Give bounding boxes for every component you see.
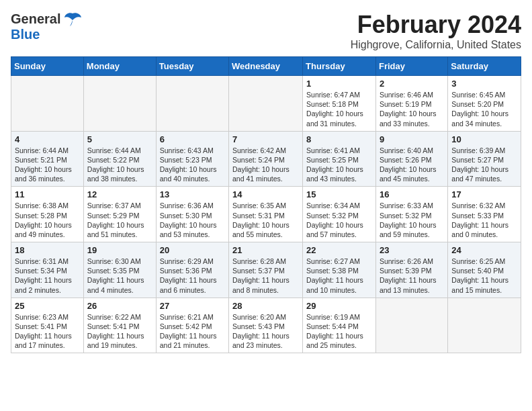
day-number: 15	[306, 189, 372, 199]
day-number: 28	[232, 301, 299, 311]
day-number: 20	[160, 245, 225, 255]
day-info: Sunrise: 6:20 AMSunset: 5:43 PMDaylight:…	[232, 312, 299, 351]
table-row: 28Sunrise: 6:20 AMSunset: 5:43 PMDayligh…	[229, 298, 303, 353]
calendar-title: February 2024	[351, 11, 521, 39]
table-row: 1Sunrise: 6:47 AMSunset: 5:18 PMDaylight…	[303, 76, 376, 132]
day-info: Sunrise: 6:46 AMSunset: 5:19 PMDaylight:…	[380, 90, 444, 128]
day-number: 4	[15, 134, 80, 144]
table-row	[375, 298, 447, 353]
calendar-week-row: 11Sunrise: 6:38 AMSunset: 5:28 PMDayligh…	[11, 187, 521, 242]
header-sunday: Sunday	[11, 57, 84, 76]
day-number: 26	[87, 301, 152, 311]
table-row: 9Sunrise: 6:40 AMSunset: 5:26 PMDaylight…	[375, 131, 447, 187]
table-row: 21Sunrise: 6:28 AMSunset: 5:37 PMDayligh…	[229, 242, 303, 298]
day-number: 1	[306, 79, 372, 89]
header-friday: Friday	[375, 57, 447, 76]
day-info: Sunrise: 6:25 AMSunset: 5:40 PMDaylight:…	[451, 257, 517, 295]
day-info: Sunrise: 6:26 AMSunset: 5:39 PMDaylight:…	[380, 257, 444, 295]
day-info: Sunrise: 6:22 AMSunset: 5:41 PMDaylight:…	[87, 312, 152, 351]
day-number: 5	[87, 134, 152, 144]
day-info: Sunrise: 6:41 AMSunset: 5:25 PMDaylight:…	[306, 146, 372, 184]
table-row: 27Sunrise: 6:21 AMSunset: 5:42 PMDayligh…	[156, 298, 228, 353]
table-row: 13Sunrise: 6:36 AMSunset: 5:30 PMDayligh…	[156, 187, 228, 242]
calendar-week-row: 4Sunrise: 6:44 AMSunset: 5:21 PMDaylight…	[11, 131, 521, 187]
day-number: 13	[160, 189, 225, 199]
day-number: 27	[160, 301, 225, 311]
table-row: 18Sunrise: 6:31 AMSunset: 5:34 PMDayligh…	[11, 242, 84, 298]
day-info: Sunrise: 6:27 AMSunset: 5:38 PMDaylight:…	[306, 257, 372, 295]
logo-blue: Blue	[11, 27, 40, 42]
header-wednesday: Wednesday	[229, 57, 303, 76]
calendar-header-row: Sunday Monday Tuesday Wednesday Thursday…	[11, 57, 521, 76]
table-row: 25Sunrise: 6:23 AMSunset: 5:41 PMDayligh…	[11, 298, 84, 353]
day-info: Sunrise: 6:32 AMSunset: 5:33 PMDaylight:…	[451, 201, 517, 239]
day-number: 18	[15, 245, 80, 255]
day-info: Sunrise: 6:19 AMSunset: 5:44 PMDaylight:…	[306, 312, 372, 351]
table-row: 4Sunrise: 6:44 AMSunset: 5:21 PMDaylight…	[11, 131, 84, 187]
table-row: 16Sunrise: 6:33 AMSunset: 5:32 PMDayligh…	[375, 187, 447, 242]
day-number: 3	[451, 79, 517, 89]
day-info: Sunrise: 6:21 AMSunset: 5:42 PMDaylight:…	[160, 312, 225, 351]
table-row: 12Sunrise: 6:37 AMSunset: 5:29 PMDayligh…	[83, 187, 156, 242]
day-info: Sunrise: 6:38 AMSunset: 5:28 PMDaylight:…	[15, 201, 80, 239]
day-info: Sunrise: 6:40 AMSunset: 5:26 PMDaylight:…	[380, 146, 444, 184]
day-number: 21	[232, 245, 299, 255]
table-row: 23Sunrise: 6:26 AMSunset: 5:39 PMDayligh…	[375, 242, 447, 298]
day-info: Sunrise: 6:43 AMSunset: 5:23 PMDaylight:…	[160, 146, 225, 184]
table-row: 8Sunrise: 6:41 AMSunset: 5:25 PMDaylight…	[303, 131, 376, 187]
table-row: 20Sunrise: 6:29 AMSunset: 5:36 PMDayligh…	[156, 242, 228, 298]
day-info: Sunrise: 6:39 AMSunset: 5:27 PMDaylight:…	[451, 146, 517, 184]
table-row: 19Sunrise: 6:30 AMSunset: 5:35 PMDayligh…	[83, 242, 156, 298]
table-row: 3Sunrise: 6:45 AMSunset: 5:20 PMDaylight…	[448, 76, 521, 132]
day-number: 23	[380, 245, 444, 255]
calendar-week-row: 18Sunrise: 6:31 AMSunset: 5:34 PMDayligh…	[11, 242, 521, 298]
table-row	[83, 76, 156, 132]
header-thursday: Thursday	[303, 57, 376, 76]
day-number: 16	[380, 189, 444, 199]
day-info: Sunrise: 6:42 AMSunset: 5:24 PMDaylight:…	[232, 146, 299, 184]
table-row: 11Sunrise: 6:38 AMSunset: 5:28 PMDayligh…	[11, 187, 84, 242]
table-row: 15Sunrise: 6:34 AMSunset: 5:32 PMDayligh…	[303, 187, 376, 242]
table-row	[229, 76, 303, 132]
day-number: 19	[87, 245, 152, 255]
table-row: 6Sunrise: 6:43 AMSunset: 5:23 PMDaylight…	[156, 131, 228, 187]
day-number: 24	[451, 245, 517, 255]
day-info: Sunrise: 6:28 AMSunset: 5:37 PMDaylight:…	[232, 257, 299, 295]
day-number: 14	[232, 189, 299, 199]
day-number: 6	[160, 134, 225, 144]
table-row	[11, 76, 84, 132]
day-info: Sunrise: 6:44 AMSunset: 5:21 PMDaylight:…	[15, 146, 80, 184]
calendar-subtitle: Highgrove, California, United States	[351, 39, 521, 51]
header: General Blue February 2024 Highgrove, Ca…	[11, 11, 521, 51]
day-number: 29	[306, 301, 372, 311]
day-info: Sunrise: 6:44 AMSunset: 5:22 PMDaylight:…	[87, 146, 152, 184]
table-row: 2Sunrise: 6:46 AMSunset: 5:19 PMDaylight…	[375, 76, 447, 132]
day-number: 9	[380, 134, 444, 144]
day-info: Sunrise: 6:36 AMSunset: 5:30 PMDaylight:…	[160, 201, 225, 239]
title-area: February 2024 Highgrove, California, Uni…	[351, 11, 521, 51]
day-info: Sunrise: 6:30 AMSunset: 5:35 PMDaylight:…	[87, 257, 152, 295]
day-number: 22	[306, 245, 372, 255]
table-row: 17Sunrise: 6:32 AMSunset: 5:33 PMDayligh…	[448, 187, 521, 242]
table-row: 10Sunrise: 6:39 AMSunset: 5:27 PMDayligh…	[448, 131, 521, 187]
day-info: Sunrise: 6:23 AMSunset: 5:41 PMDaylight:…	[15, 312, 80, 351]
day-info: Sunrise: 6:31 AMSunset: 5:34 PMDaylight:…	[15, 257, 80, 295]
day-number: 12	[87, 189, 152, 199]
table-row: 22Sunrise: 6:27 AMSunset: 5:38 PMDayligh…	[303, 242, 376, 298]
header-tuesday: Tuesday	[156, 57, 228, 76]
day-info: Sunrise: 6:33 AMSunset: 5:32 PMDaylight:…	[380, 201, 444, 239]
logo-bird-icon	[63, 11, 82, 27]
table-row: 26Sunrise: 6:22 AMSunset: 5:41 PMDayligh…	[83, 298, 156, 353]
day-info: Sunrise: 6:34 AMSunset: 5:32 PMDaylight:…	[306, 201, 372, 239]
calendar-week-row: 1Sunrise: 6:47 AMSunset: 5:18 PMDaylight…	[11, 76, 521, 132]
table-row	[156, 76, 228, 132]
header-monday: Monday	[83, 57, 156, 76]
day-number: 17	[451, 189, 517, 199]
calendar-week-row: 25Sunrise: 6:23 AMSunset: 5:41 PMDayligh…	[11, 298, 521, 353]
day-info: Sunrise: 6:35 AMSunset: 5:31 PMDaylight:…	[232, 201, 299, 239]
logo-general: General	[11, 11, 60, 27]
day-number: 2	[380, 79, 444, 89]
day-number: 25	[15, 301, 80, 311]
day-number: 7	[232, 134, 299, 144]
calendar-table: Sunday Monday Tuesday Wednesday Thursday…	[11, 56, 521, 353]
